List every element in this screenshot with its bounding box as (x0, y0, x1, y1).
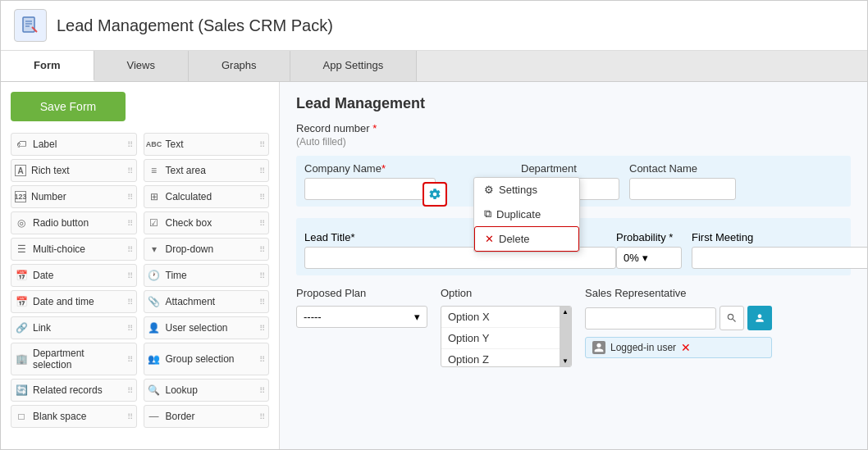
auto-filled-text: (Auto filled) (296, 136, 851, 148)
option-label: Option (441, 287, 572, 299)
label-icon: 🏷 (15, 138, 28, 151)
scrollbar[interactable]: ▲ ▼ (560, 307, 571, 366)
logged-in-user-text: Logged-in user (610, 342, 676, 353)
tab-views[interactable]: Views (94, 51, 189, 81)
tabs-bar: Form Views Graphs App Settings (1, 51, 867, 82)
field-date-label: Date (33, 270, 53, 281)
field-related-label: Related records (33, 384, 103, 396)
field-label-text: Label (33, 139, 57, 150)
drag-handle: ⠿ (127, 140, 133, 149)
datetime-icon: 📅 (15, 295, 28, 308)
list-item[interactable]: Option Z (441, 349, 571, 367)
proposed-plan-field: Proposed Plan ----- ▾ (296, 287, 427, 328)
drag-handle: ⠿ (259, 386, 265, 395)
field-related-records[interactable]: 🔄 Related records ⠿ (11, 379, 137, 402)
tab-form[interactable]: Form (1, 51, 94, 81)
drag-handle: ⠿ (127, 245, 133, 254)
dropdown-icon: ▾ (148, 243, 161, 256)
field-checkbox[interactable]: ☑ Check box ⠿ (144, 211, 270, 234)
drag-handle: ⠿ (259, 324, 265, 333)
context-menu-delete[interactable]: ✕ Delete (474, 226, 579, 252)
field-calculated[interactable]: ⊞ Calculated ⠿ (144, 185, 270, 208)
field-rich-text-label: Rich text (31, 165, 70, 176)
lookup-icon: 🔍 (148, 384, 161, 397)
settings-icon: ⚙ (484, 184, 494, 196)
field-radio[interactable]: ◎ Radio button ⠿ (11, 211, 137, 234)
context-menu-duplicate[interactable]: ⧉ Duplicate (474, 202, 579, 226)
sales-rep-input[interactable] (585, 307, 716, 330)
tab-app-settings[interactable]: App Settings (290, 51, 418, 81)
drag-handle: ⠿ (259, 166, 265, 175)
remove-logged-in-user-button[interactable]: ✕ (681, 341, 691, 354)
drag-handle: ⠿ (127, 166, 133, 175)
first-meeting-input[interactable]: 03/08/2019 (692, 247, 867, 269)
gear-button[interactable] (423, 182, 447, 207)
duplicate-icon: ⧉ (484, 207, 491, 220)
save-form-button[interactable]: Save Form (11, 92, 126, 121)
field-dropdown[interactable]: ▾ Drop-down ⠿ (144, 238, 270, 261)
context-menu-settings[interactable]: ⚙ Settings (474, 178, 579, 202)
scroll-up-icon: ▲ (562, 308, 569, 316)
contact-name-input[interactable] (629, 178, 736, 200)
field-lookup[interactable]: 🔍 Lookup ⠿ (144, 379, 270, 402)
probability-value: 0% (624, 252, 639, 264)
field-border[interactable]: — Border ⠿ (144, 405, 270, 428)
checkbox-icon: ☑ (148, 216, 161, 230)
dropdown-chevron-icon: ▾ (642, 252, 648, 264)
record-number-label: Record number * (296, 122, 851, 134)
field-border-label: Border (166, 411, 195, 422)
field-label[interactable]: 🏷 Label ⠿ (11, 133, 137, 156)
proposed-plan-select[interactable]: ----- ▾ (296, 306, 427, 328)
field-dept-label: Department selection (33, 348, 122, 370)
company-name-input[interactable] (304, 178, 436, 200)
link-icon: 🔗 (15, 321, 28, 334)
field-blank-label: Blank space (33, 411, 86, 422)
proposed-plan-value: ----- (304, 311, 322, 323)
field-group-selection[interactable]: 👥 Group selection ⠿ (144, 343, 270, 375)
tab-graphs[interactable]: Graphs (189, 51, 290, 81)
svg-rect-0 (23, 17, 34, 32)
time-icon: 🕐 (148, 269, 161, 282)
field-attachment[interactable]: 📎 Attachment ⠿ (144, 290, 270, 313)
field-datetime[interactable]: 📅 Date and time ⠿ (11, 290, 137, 313)
required-marker: * (372, 122, 377, 134)
field-multi-choice-label: Multi-choice (33, 243, 85, 255)
option-field: Option Option X Option Y Option Z ▲ ▼ (441, 287, 572, 367)
related-records-icon: 🔄 (15, 384, 28, 397)
proposed-plan-label: Proposed Plan (296, 287, 427, 299)
drag-handle: ⠿ (127, 355, 133, 364)
drag-handle: ⠿ (127, 219, 133, 228)
probability-select[interactable]: 0% ▾ (616, 247, 682, 269)
logged-in-user-icon (592, 341, 605, 354)
search-button[interactable] (720, 306, 744, 330)
field-number-label: Number (31, 191, 66, 202)
drag-handle: ⠿ (127, 412, 133, 421)
field-dept-selection[interactable]: 🏢 Department selection ⠿ (11, 343, 137, 375)
field-multi-choice[interactable]: ☰ Multi-choice ⠿ (11, 238, 137, 261)
app-icon (14, 9, 47, 42)
field-number[interactable]: 123 Number ⠿ (11, 185, 137, 208)
drag-handle: ⠿ (259, 193, 265, 202)
delete-icon: ✕ (485, 233, 494, 245)
proposed-row: Proposed Plan ----- ▾ Option Option X Op… (296, 287, 851, 367)
field-blank-space[interactable]: □ Blank space ⠿ (11, 405, 137, 428)
field-link[interactable]: 🔗 Link ⠿ (11, 316, 137, 339)
list-item[interactable]: Option X (441, 307, 571, 328)
field-text-label: Text (166, 139, 184, 150)
field-date[interactable]: 📅 Date ⠿ (11, 264, 137, 287)
blank-space-icon: □ (15, 410, 28, 423)
list-item[interactable]: Option Y (441, 328, 571, 349)
field-group-label: Group selection (166, 353, 235, 365)
field-time[interactable]: 🕐 Time ⠿ (144, 264, 270, 287)
field-text[interactable]: ABC Text ⠿ (144, 133, 270, 156)
number-icon: 123 (15, 191, 26, 202)
calculated-icon: ⊞ (148, 190, 161, 203)
user-icon (754, 312, 765, 324)
field-user-selection[interactable]: 👤 User selection ⠿ (144, 316, 270, 339)
field-rich-text[interactable]: A Rich text ⠿ (11, 159, 137, 182)
field-text-area[interactable]: ≡ Text area ⠿ (144, 159, 270, 182)
drag-handle: ⠿ (259, 245, 265, 254)
user-button[interactable] (747, 306, 772, 330)
date-icon: 📅 (15, 269, 28, 282)
context-menu: ⚙ Settings ⧉ Duplicate ✕ Delete (473, 177, 580, 252)
